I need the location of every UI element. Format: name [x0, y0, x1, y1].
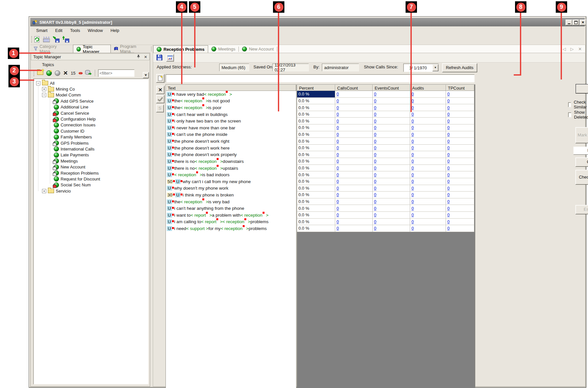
phrase-row[interactable]: 30U i think my phone is broken — [166, 192, 296, 198]
events-count-link[interactable]: 0 — [374, 92, 376, 96]
tree-item-mining-co[interactable]: +Mining Co — [34, 86, 148, 92]
tab-close-icon[interactable]: ✕ — [578, 47, 582, 51]
panel-close-icon[interactable]: ✕ — [144, 55, 147, 59]
refresh-icon[interactable] — [34, 36, 41, 44]
inactive-topic-icon[interactable] — [55, 70, 60, 76]
tree-item-social-sec-num[interactable]: Social Sec Num — [34, 182, 148, 188]
audits-link[interactable]: 0 — [411, 172, 414, 177]
audits-link[interactable]: 0 — [411, 165, 414, 170]
percent-cell[interactable]: 0.0 % — [297, 205, 335, 212]
events-count-link[interactable]: 0 — [374, 219, 376, 224]
calls-count-link[interactable]: 0 — [337, 105, 339, 110]
percent-cell[interactable]: 0.0 % — [297, 138, 335, 145]
menu-edit[interactable]: Edit — [52, 26, 65, 35]
threshold-value[interactable]: 15 — [71, 71, 75, 76]
menu-tools[interactable]: Tools — [67, 26, 83, 35]
expand-toggle-icon[interactable]: + — [42, 189, 46, 193]
tp-count-link[interactable]: 0 — [447, 159, 450, 164]
tp-count-link[interactable]: 0 — [447, 219, 450, 224]
save-icon[interactable] — [156, 54, 163, 62]
column-header-eventscount[interactable]: EventsCount — [373, 85, 410, 91]
tp-count-link[interactable]: 0 — [447, 119, 450, 123]
concept-tag[interactable]: < report > — [201, 219, 222, 224]
percent-cell[interactable]: 0.0 % — [297, 111, 335, 118]
tp-count-link[interactable]: 0 — [447, 105, 450, 110]
approve-phrase-button[interactable] — [156, 95, 165, 103]
tp-count-link[interactable]: 0 — [447, 145, 450, 150]
audits-link[interactable]: 0 — [411, 112, 414, 117]
tp-count-link[interactable]: 0 — [447, 206, 450, 211]
percent-cell[interactable]: 0.0 % — [297, 104, 335, 111]
percent-cell[interactable]: 0.0 % — [297, 212, 335, 219]
percent-cell[interactable]: 0.0 % — [297, 124, 335, 131]
new-folder-icon[interactable] — [37, 70, 43, 76]
percent-cell[interactable]: 0.0 % — [297, 131, 335, 138]
database-export-icon[interactable] — [85, 70, 92, 77]
column-header-tpcount[interactable]: TPCount — [446, 85, 474, 91]
tree-item-international-calls[interactable]: International Calls — [34, 146, 148, 152]
percent-cell[interactable]: 0.0 % — [297, 198, 335, 205]
percent-cell[interactable]: 0.0 % — [297, 165, 335, 172]
events-count-link[interactable]: 0 — [374, 199, 376, 204]
column-header-percent[interactable]: Percent — [297, 85, 335, 91]
tp-count-link[interactable]: 0 — [447, 212, 450, 217]
events-count-link[interactable]: 0 — [374, 105, 376, 110]
audits-link[interactable]: 0 — [411, 139, 414, 144]
phrase-row[interactable]: U the phone doesn't work properly — [166, 151, 296, 158]
percent-cell[interactable]: 0.0 % — [297, 178, 335, 185]
events-count-link[interactable]: 0 — [374, 145, 376, 150]
audits-link[interactable]: 0 — [411, 105, 414, 110]
calls-count-link[interactable]: 0 — [337, 112, 339, 117]
phrase-row[interactable]: U i have very bad < reception > — [166, 91, 296, 98]
column-header-audits[interactable]: Audits — [410, 85, 446, 91]
minimize-button[interactable] — [566, 20, 572, 25]
events-count-link[interactable]: 0 — [374, 139, 376, 144]
tree-item-late-payments[interactable]: Late Payments — [34, 152, 148, 158]
tree-item-gps-problems[interactable]: GPS Problems — [34, 140, 148, 146]
audits-link[interactable]: 0 — [411, 199, 414, 204]
events-count-link[interactable]: 0 — [374, 165, 376, 170]
check-similar-button[interactable]: Check Similar — [575, 170, 588, 185]
audits-link[interactable]: 0 — [411, 92, 414, 96]
import-save-icon[interactable] — [52, 36, 60, 44]
collapse-toggle-icon[interactable]: − — [36, 81, 40, 85]
percent-cell[interactable]: 0.0 % — [297, 225, 335, 232]
percent-cell[interactable]: 0.0 % — [297, 185, 335, 192]
calls-count-link[interactable]: 0 — [337, 125, 339, 130]
events-count-link[interactable]: 0 — [374, 172, 376, 177]
concept-tag[interactable]: < reception > — [221, 226, 249, 231]
tab-program-manager[interactable]: Program Mana... — [111, 45, 151, 53]
escapes-button[interactable]: Escapes — [575, 205, 588, 214]
filter-input[interactable] — [98, 71, 134, 76]
merge-arrows-icon[interactable]: ⇹ — [79, 70, 82, 76]
concept-tag[interactable]: < reception > — [180, 199, 208, 204]
delete-icon[interactable]: ✕ — [63, 70, 68, 76]
tab-new-account[interactable]: New Account — [239, 45, 277, 53]
keyboard-icon[interactable]: 1,2,3 — [43, 36, 50, 44]
audits-link[interactable]: 0 — [411, 152, 414, 157]
tree-item-servicio[interactable]: +Servicio — [34, 188, 148, 194]
percent-cell[interactable]: 0.0 % — [297, 219, 335, 225]
phrase-row[interactable]: U the < reception > is very bad — [166, 198, 296, 205]
audits-link[interactable]: 0 — [411, 192, 414, 197]
phrase-row[interactable]: U i only have two bars on the screen — [166, 118, 296, 124]
audits-link[interactable]: 0 — [411, 179, 414, 184]
phrase-input-box[interactable] — [165, 74, 475, 82]
events-count-link[interactable]: 0 — [374, 119, 376, 123]
tp-count-link[interactable]: 0 — [447, 132, 450, 137]
tree-item-reception-problems[interactable]: Reception Problems — [34, 170, 148, 176]
calls-count-link[interactable]: 0 — [337, 165, 339, 170]
report-grid-icon[interactable] — [166, 54, 174, 62]
calls-count-link[interactable]: 0 — [337, 219, 339, 224]
calls-count-link[interactable]: 0 — [337, 152, 339, 157]
events-count-link[interactable]: 0 — [374, 206, 376, 211]
percent-cell[interactable]: 0.0 % — [297, 118, 335, 124]
events-count-link[interactable]: 0 — [374, 186, 376, 191]
tree-item-configuration-help[interactable]: Configuration Help — [34, 116, 148, 122]
delete-phrase-button[interactable]: ✕ — [156, 86, 165, 94]
phrase-row[interactable]: U there is no < reception > downstairs — [166, 158, 296, 165]
tp-count-link[interactable]: 0 — [447, 125, 450, 130]
calls-count-link[interactable]: 0 — [337, 172, 339, 177]
audits-link[interactable]: 0 — [411, 186, 414, 191]
tp-count-link[interactable]: 0 — [447, 179, 450, 184]
